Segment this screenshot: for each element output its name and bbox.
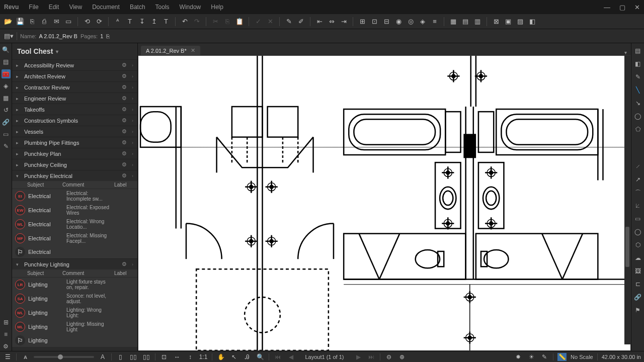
properties-panel-icon[interactable]: ◧ [633,59,642,68]
fit-height-icon[interactable]: ↕ [186,353,195,361]
open-icon[interactable]: 📂 [3,17,13,27]
tab-close-icon[interactable]: ✕ [191,47,195,54]
links-icon[interactable]: 🔗 [2,118,11,127]
layers-icon[interactable]: ◈ [2,81,11,90]
cloud-icon[interactable]: ☁ [633,253,642,262]
copy-icon[interactable]: ⎘ [222,17,232,27]
select-text-icon[interactable]: Ꭿ [243,353,252,361]
first-page-icon[interactable]: ⏮ [273,353,282,361]
vertical-scrollbar[interactable] [624,56,630,344]
text-box-icon[interactable]: T [125,17,135,27]
toolset-construction-symbols[interactable]: ▸ Construction Symbols ⚙ › [12,115,137,126]
file-access-icon[interactable]: ▤ [2,57,11,66]
rotate-left-icon[interactable]: ⟲ [82,17,92,27]
ellipse-tool-icon[interactable]: ◯ [633,112,642,121]
gear-icon[interactable]: ⚙ [122,139,127,146]
select-icon[interactable]: ↖ [229,353,238,361]
panel-dropdown-icon[interactable]: ▾ [56,49,58,54]
undo-icon[interactable]: ↶ [180,17,190,27]
zoom-slider[interactable] [34,356,94,358]
menu-file[interactable]: File [29,4,38,11]
scale-icon[interactable]: 📏 [557,353,567,361]
email-icon[interactable]: ✉ [51,17,61,27]
grid-3-icon[interactable]: ▥ [472,17,482,27]
arrow-tool-icon[interactable]: ↗ [633,175,642,184]
grid-1-icon[interactable]: ▦ [448,17,458,27]
dim-4-icon[interactable]: ◉ [393,17,404,27]
gear-icon[interactable]: ⚙ [122,161,127,168]
sets-icon[interactable]: ≡ [2,330,11,339]
menu-help[interactable]: Help [211,4,223,11]
gear-icon[interactable]: ⚙ [122,84,127,90]
scale-status[interactable]: No Scale [571,354,593,360]
crop-icon[interactable]: ⊏ [633,280,642,289]
tool-row[interactable]: EI Electrical Electrical: Incomplete sw.… [12,189,137,203]
toolset-punchkey-electrical[interactable]: ▾ Punchkey Electrical ⚙ › [12,170,137,181]
toolset-punchkey-plan[interactable]: ▸ Punchkey Plan ⚙ › [12,148,137,159]
side-by-side-icon[interactable]: ▯▯ [142,353,151,361]
arc-icon[interactable]: ⌒ [633,188,642,197]
forms-icon[interactable]: ▭ [2,130,11,139]
compare-icon[interactable]: ⊠ [491,17,501,27]
brightness-icon[interactable]: ☀ [527,353,536,361]
align-right-icon[interactable]: ⇥ [339,17,349,27]
panel-toggle-icon[interactable]: ☰ [3,353,12,361]
dim-3-icon[interactable]: ⊟ [381,17,391,27]
page-icon[interactable]: ▭ [63,17,73,27]
polygon-icon[interactable]: ⬠ [633,125,642,134]
gear-icon[interactable]: ⚙ [122,95,127,102]
prev-view-icon[interactable]: ⊖ [384,353,393,361]
gear-icon[interactable]: ⚙ [122,172,127,179]
rotate-right-icon[interactable]: ⟳ [94,17,104,27]
dim-icon[interactable]: ✸ [514,353,523,361]
overlay-icon[interactable]: ▣ [503,17,513,27]
dim-5-icon[interactable]: ◎ [406,17,416,27]
studio-icon[interactable]: ↺ [2,106,11,115]
paste-icon[interactable]: 📋 [234,17,245,27]
save-icon[interactable]: 💾 [15,17,25,27]
line-icon[interactable]: ╲ [633,85,642,95]
toolset-punchkey-lighting[interactable]: ▾ Punchkey Lighting ⚙ › [12,259,137,269]
fit-page-icon[interactable]: ⊡ [159,353,169,361]
image-icon[interactable]: 🖼 [633,266,642,276]
note-icon[interactable]: ↥ [149,17,159,27]
link-tool-icon[interactable]: 🔗 [633,293,642,302]
text-icon[interactable]: ᴬ [113,17,123,27]
maximize-icon[interactable]: ▢ [619,4,625,11]
last-page-icon[interactable]: ⏭ [367,353,376,361]
signatures-icon[interactable]: ✎ [2,142,11,151]
next-view-icon[interactable]: ⊕ [397,353,407,361]
search-icon[interactable]: 🔍 [2,45,11,54]
redo-icon[interactable]: ↷ [192,17,202,27]
single-page-icon[interactable]: ▯ [116,353,125,361]
thumbnails-icon[interactable]: ▦ [2,94,11,103]
ellipse-icon[interactable]: ◯ [633,227,642,236]
align-center-icon[interactable]: ⇔ [327,17,337,27]
tool-chest-icon[interactable]: 🧰 [2,69,11,78]
gear-icon[interactable]: ⚙ [122,73,127,79]
pen-icon[interactable]: ✐ [296,17,306,27]
dim-6-icon[interactable]: ◈ [418,17,428,27]
toolset-plumbing-pipe-fittings[interactable]: ▸ Plumbing Pipe Fittings ⚙ › [12,137,137,148]
gear-icon[interactable]: ⚙ [122,106,127,113]
tool-row[interactable]: ML Lighting Lighting: Missing Light [12,320,137,334]
menu-edit[interactable]: Edit [49,4,59,11]
zoom-in-icon[interactable]: A [98,353,107,361]
fit-width-icon[interactable]: ↔ [173,353,182,361]
continuous-icon[interactable]: ▯▯ [129,353,138,361]
next-page-icon[interactable]: ▶ [354,353,363,361]
markups-list-icon[interactable]: ▤ [633,46,642,55]
menu-window[interactable]: Window [180,4,201,11]
tool-row[interactable]: MF Electrical Electrical: Missing Facepl… [12,231,137,245]
actual-size-icon[interactable]: 1:1 [199,353,208,361]
color-icon[interactable]: ✎ [540,353,549,361]
poly-icon[interactable]: ⬡ [633,240,642,249]
zoom-tool-icon[interactable]: 🔍 [256,353,265,361]
stamp-icon[interactable]: ✓ [253,17,263,27]
tool-row[interactable]: SA Lighting Sconce: not level, adjust. [12,292,137,306]
settings-icon[interactable]: ⚙ [2,342,11,351]
toolset-punchkey-ceiling[interactable]: ▸ Punchkey Ceiling ⚙ › [12,159,137,170]
copy-props-icon[interactable]: ⎘ [106,33,110,39]
line-tool-icon[interactable]: ⟋ [633,162,642,171]
close-icon[interactable]: ✕ [634,4,640,11]
